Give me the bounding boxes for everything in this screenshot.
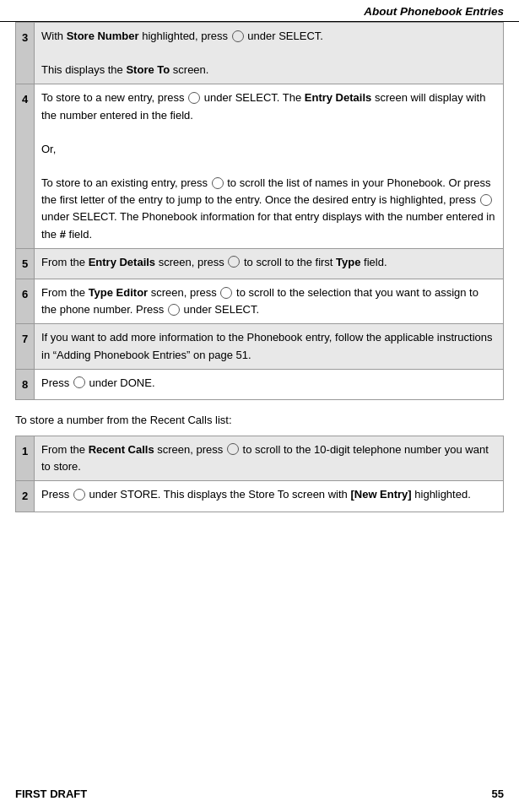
step-content: From the Recent Calls screen, press to s… (35, 436, 504, 480)
step-number: 3 (16, 23, 35, 84)
step-number: 2 (16, 481, 35, 512)
step-number: 5 (16, 248, 35, 279)
step-content: From the Type Editor screen, press to sc… (35, 279, 504, 324)
step-content: From the Entry Details screen, press to … (35, 248, 504, 279)
footer-draft-label: FIRST DRAFT (15, 788, 87, 800)
steps-table-2: 1From the Recent Calls screen, press to … (15, 436, 504, 512)
table-row: 3With Store Number highlighted, press un… (16, 23, 504, 84)
table-row: 8Press under DONE. (16, 369, 504, 400)
step-content: Press under DONE. (35, 369, 504, 400)
steps-table-1: 3With Store Number highlighted, press un… (15, 22, 504, 400)
table-row: 7If you want to add more information to … (16, 324, 504, 369)
step-number: 8 (16, 369, 35, 400)
table-row: 6From the Type Editor screen, press to s… (16, 279, 504, 324)
step-number: 6 (16, 279, 35, 324)
step-number: 7 (16, 324, 35, 369)
step-content: With Store Number highlighted, press und… (35, 23, 504, 84)
main-content: 3With Store Number highlighted, press un… (0, 22, 519, 512)
page-title: About Phonebook Entries (364, 5, 504, 18)
page-footer: FIRST DRAFT 55 (0, 788, 519, 800)
section2-intro: To store a number from the Recent Calls … (15, 400, 504, 436)
table-row: 1From the Recent Calls screen, press to … (16, 436, 504, 480)
page-header: About Phonebook Entries (0, 0, 519, 22)
step-content: To store to a new entry, press under SEL… (35, 84, 504, 248)
step-content: Press under STORE. This displays the Sto… (35, 481, 504, 512)
table-row: 4To store to a new entry, press under SE… (16, 84, 504, 248)
footer-page-number: 55 (492, 788, 504, 800)
table-row: 5From the Entry Details screen, press to… (16, 248, 504, 279)
step-number: 4 (16, 84, 35, 248)
table-row: 2Press under STORE. This displays the St… (16, 481, 504, 512)
step-number: 1 (16, 436, 35, 480)
step-content: If you want to add more information to t… (35, 324, 504, 369)
